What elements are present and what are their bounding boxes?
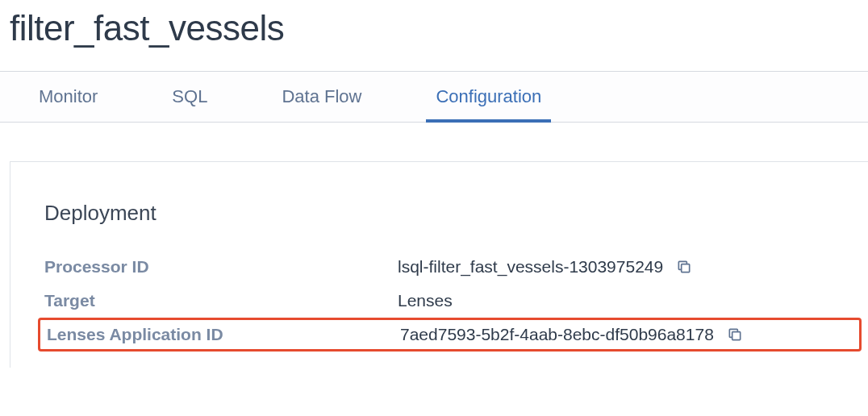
target-row: Target Lenses [44, 284, 868, 318]
tab-configuration[interactable]: Configuration [436, 72, 541, 122]
page-container: filter_fast_vessels Monitor SQL Data Flo… [0, 0, 868, 368]
lenses-app-id-label: Lenses Application ID [47, 325, 400, 344]
lenses-app-id-value: 7aed7593-5b2f-4aab-8ebc-df50b96a8178 [400, 325, 714, 344]
copy-icon [676, 259, 692, 275]
processor-id-value: lsql-filter_fast_vessels-1303975249 [398, 257, 663, 277]
target-value-wrap: Lenses [398, 291, 868, 310]
tabs-bar: Monitor SQL Data Flow Configuration [0, 71, 868, 123]
processor-id-row: Processor ID lsql-filter_fast_vessels-13… [44, 250, 868, 284]
tab-dataflow[interactable]: Data Flow [282, 72, 361, 122]
svg-rect-0 [682, 264, 690, 272]
copy-processor-id-button[interactable] [674, 257, 694, 277]
deployment-section-title: Deployment [44, 201, 868, 226]
target-label: Target [44, 291, 398, 310]
copy-lenses-app-id-button[interactable] [725, 325, 745, 344]
processor-id-value-wrap: lsql-filter_fast_vessels-1303975249 [398, 257, 868, 277]
page-title: filter_fast_vessels [0, 0, 868, 71]
target-value: Lenses [398, 291, 453, 310]
tab-sql[interactable]: SQL [172, 72, 207, 122]
processor-id-label: Processor ID [44, 257, 398, 277]
svg-rect-1 [732, 332, 741, 340]
copy-icon [727, 327, 743, 343]
lenses-app-id-value-wrap: 7aed7593-5b2f-4aab-8ebc-df50b96a8178 [400, 325, 853, 344]
configuration-panel: Deployment Processor ID lsql-filter_fast… [10, 161, 868, 368]
lenses-app-id-row: Lenses Application ID 7aed7593-5b2f-4aab… [38, 318, 862, 352]
tab-monitor[interactable]: Monitor [39, 72, 98, 122]
